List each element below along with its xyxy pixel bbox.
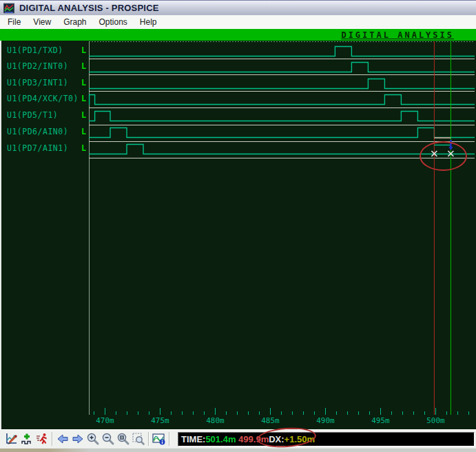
graph-title: DIGITAL ANALYSIS [341, 30, 454, 40]
svg-text:U1(PD6/AIN0): U1(PD6/AIN0) [7, 127, 68, 136]
add-trace-button[interactable] [19, 431, 34, 447]
prospice-window: DIGITAL ANALYSIS - PROSPICE File View Gr… [0, 0, 476, 452]
svg-text:490m: 490m [316, 416, 335, 425]
simulate-button[interactable] [34, 431, 50, 447]
dx-label: DX: [269, 434, 284, 444]
title-bar[interactable]: DIGITAL ANALYSIS - PROSPICE [0, 0, 476, 15]
svg-text:500m: 500m [426, 416, 445, 425]
zoom-out-button[interactable] [101, 431, 116, 447]
toolbar-separator [169, 432, 170, 446]
toolbar-separator [52, 432, 53, 446]
zoom-in-button[interactable] [85, 431, 101, 447]
zoom-in-icon [86, 432, 100, 446]
svg-text:L: L [81, 127, 86, 136]
svg-text:470m: 470m [96, 416, 114, 425]
zoom-area-icon [132, 432, 145, 446]
edit-graph-button[interactable] [4, 431, 19, 447]
svg-text:U1(PD5/T1): U1(PD5/T1) [7, 110, 58, 120]
graph-title-banner: DIGITAL ANALYSIS [0, 29, 476, 41]
menu-view[interactable]: View [27, 16, 57, 28]
zoom-out-icon [101, 432, 115, 446]
svg-text:495m: 495m [371, 416, 390, 425]
menu-help[interactable]: Help [134, 16, 163, 28]
svg-text:475m: 475m [151, 416, 169, 425]
svg-text:L: L [81, 143, 86, 153]
dx-value: +1.50m [284, 434, 315, 444]
svg-text:485m: 485m [261, 416, 280, 425]
svg-text:L: L [81, 78, 86, 88]
simulate-icon [35, 432, 49, 446]
svg-text:U1(PD4/XCK/T0): U1(PD4/XCK/T0) [7, 94, 79, 103]
waveform-plot[interactable]: U1(PD1/TXD)LU1(PD2/INT0)LU1(PD3/INT1)LU1… [0, 41, 476, 429]
edit-graph-icon [5, 432, 19, 446]
menu-graph[interactable]: Graph [57, 16, 92, 28]
arrow-right-icon [71, 432, 85, 446]
svg-text:L: L [81, 61, 86, 71]
cursor-status-panel: TIME:501.4m 499.9mDX:+1.50m [178, 432, 475, 446]
window-title: DIGITAL ANALYSIS - PROSPICE [19, 3, 159, 13]
pan-left-button[interactable] [55, 431, 70, 447]
svg-text:U1(PD3/INT1): U1(PD3/INT1) [7, 78, 68, 88]
menu-options[interactable]: Options [93, 16, 134, 28]
svg-text:L: L [81, 110, 86, 120]
graph-info-icon [152, 432, 167, 446]
zoom-fit-button[interactable] [116, 431, 131, 447]
svg-text:U1(PD1/TXD): U1(PD1/TXD) [7, 45, 63, 55]
waveform-canvas[interactable]: U1(PD1/TXD)LU1(PD2/INT0)LU1(PD3/INT1)LU1… [1, 41, 476, 429]
window-bottom-edge [0, 448, 476, 452]
pan-right-button[interactable] [70, 431, 85, 447]
toolbar-separator [148, 432, 149, 446]
toolbar: TIME:501.4m 499.9mDX:+1.50m [0, 429, 476, 448]
app-icon [3, 3, 14, 14]
time-label: TIME: [181, 434, 205, 444]
menu-bar: File View Graph Options Help [0, 15, 476, 29]
add-trace-icon [20, 432, 34, 446]
svg-text:L: L [81, 45, 86, 55]
zoom-fit-icon [116, 432, 130, 446]
svg-text:L: L [81, 94, 86, 103]
reference-time-value: 499.9m [238, 434, 269, 444]
zoom-area-button[interactable] [131, 431, 146, 447]
svg-text:U1(PD7/AIN1): U1(PD7/AIN1) [7, 143, 68, 153]
cursor-time-value: 501.4m [205, 434, 236, 444]
svg-text:480m: 480m [206, 416, 225, 425]
svg-text:U1(PD2/INT0): U1(PD2/INT0) [7, 61, 68, 71]
arrow-left-icon [56, 432, 70, 446]
graph-info-button[interactable] [152, 431, 167, 447]
menu-file[interactable]: File [1, 16, 27, 28]
